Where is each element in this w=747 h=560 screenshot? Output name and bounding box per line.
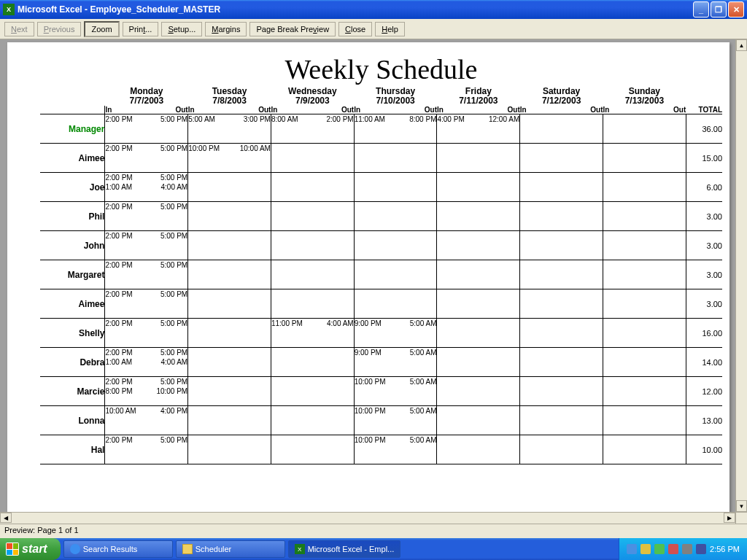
tray-icon[interactable] (696, 544, 706, 554)
minimize-button[interactable]: _ (693, 1, 709, 18)
shift-cell (188, 202, 271, 231)
shift-cell (603, 348, 686, 377)
next-button[interactable]: Next (4, 22, 34, 36)
previous-button[interactable]: Previous (37, 22, 82, 36)
status-text: Preview: Page 1 of 1 (4, 526, 79, 534)
taskbar-item-label: Search Results (83, 545, 138, 553)
employee-row: Marcie2:00 PM5:00 PM8:00 PM10:00 PM10:00… (40, 377, 722, 406)
next-rest: ext (17, 25, 28, 34)
shift-cell (520, 289, 603, 319)
employee-name: Phil (40, 202, 105, 231)
scroll-left-button[interactable]: ◀ (0, 513, 12, 523)
vertical-scrollbar[interactable]: ▲ ▼ (735, 39, 747, 512)
employee-row: Joe2:00 PM5:00 PM1:00 AM4:00 AM6.00 (40, 173, 722, 202)
taskbar-item[interactable]: XMicrosoft Excel - Empl... (288, 540, 401, 558)
scroll-down-button[interactable]: ▼ (736, 500, 747, 512)
tray-icon[interactable] (640, 544, 651, 554)
scroll-up-button[interactable]: ▲ (736, 39, 747, 51)
margins-button[interactable]: Margins (205, 22, 247, 36)
shift-cell (271, 377, 354, 406)
in-header: In (520, 106, 562, 114)
out-header: Out (395, 106, 437, 114)
status-bar: Preview: Page 1 of 1 (0, 524, 747, 538)
shift-cell: 2:00 PM5:00 PM (105, 289, 188, 319)
shift-cell (603, 173, 686, 202)
ie-icon (70, 544, 80, 554)
shift-cell: 4:00 PM12:00 AM (437, 114, 520, 144)
shift-cell (437, 260, 520, 289)
shift-cell: 8:00 AM2:00 PM (271, 114, 354, 144)
window-title: Microsoft Excel - Employee_Scheduler_MAS… (18, 4, 692, 15)
taskbar-item[interactable]: Search Results (63, 540, 173, 558)
employee-row: Margaret2:00 PM5:00 PM3.00 (40, 260, 722, 289)
shift-cell (354, 231, 437, 260)
shift-cell (271, 173, 354, 202)
excel-icon: X (295, 544, 305, 554)
scroll-right-button[interactable]: ▶ (724, 513, 735, 523)
tray-icon[interactable] (682, 544, 692, 554)
tray-icon[interactable] (627, 544, 637, 554)
shift-cell (437, 377, 520, 406)
start-button[interactable]: start (0, 538, 61, 560)
shift-cell (437, 144, 520, 173)
setup-button[interactable]: Setup... (161, 22, 202, 36)
shift-cell: 2:00 PM5:00 PM (105, 202, 188, 231)
employee-row: Shelly2:00 PM5:00 PM11:00 PM4:00 AM9:00 … (40, 319, 722, 348)
zoom-button[interactable]: Zoom (84, 21, 119, 37)
preview-page[interactable]: Weekly Schedule MondayTuesdayWednesdayTh… (7, 42, 729, 524)
shift-cell: 2:00 PM5:00 PM1:00 AM4:00 AM (105, 348, 188, 377)
schedule-table: MondayTuesdayWednesdayThursdayFridaySatu… (40, 87, 722, 464)
date-header: 7/7/2003 (105, 96, 188, 106)
shift-cell (188, 406, 271, 435)
shift-cell (603, 406, 686, 435)
taskbar-item-label: Scheduler (196, 545, 232, 553)
shift-cell: 2:00 PM5:00 PM (105, 231, 188, 260)
shift-cell (271, 144, 354, 173)
tray-icon[interactable] (654, 544, 665, 554)
date-header: 7/11/2003 (437, 96, 520, 106)
horizontal-scrollbar[interactable]: ◀ ▶ (0, 512, 735, 524)
employee-total: 10.00 (686, 435, 722, 464)
shift-cell: 2:00 PM5:00 PM8:00 PM10:00 PM (105, 377, 188, 406)
shift-cell (354, 173, 437, 202)
shift-cell: 10:00 AM4:00 PM (105, 406, 188, 435)
employee-name: Shelly (40, 319, 105, 348)
shift-cell: 10:00 PM5:00 AM (354, 377, 437, 406)
total-header: TOTAL (686, 106, 722, 114)
tray-icon[interactable] (668, 544, 678, 554)
shift-cell (603, 435, 686, 464)
shift-cell: 9:00 PM5:00 AM (354, 348, 437, 377)
shift-cell (354, 260, 437, 289)
system-tray[interactable]: 2:56 PM (619, 538, 747, 560)
print-preview-toolbar: Next Previous Zoom Print... Setup... Mar… (0, 19, 747, 39)
print-button[interactable]: Print... (123, 22, 159, 36)
date-header: 7/10/2003 (354, 96, 437, 106)
shift-cell (271, 406, 354, 435)
close-button[interactable]: ✕ (728, 1, 744, 18)
shift-cell: 11:00 AM8:00 PM (354, 114, 437, 144)
taskbar-item[interactable]: Scheduler (176, 540, 285, 558)
employee-total: 6.00 (686, 173, 722, 202)
windows-logo-icon (6, 542, 19, 556)
help-button[interactable]: Help (375, 22, 405, 36)
employee-row: John2:00 PM5:00 PM3.00 (40, 231, 722, 260)
schedule-title: Weekly Schedule (40, 53, 722, 85)
app-name: Microsoft Excel (18, 4, 82, 15)
shift-cell (437, 173, 520, 202)
shift-cell (520, 202, 603, 231)
employee-row: Phil2:00 PM5:00 PM3.00 (40, 202, 722, 231)
shift-cell (188, 260, 271, 289)
shift-cell: 9:00 PM5:00 AM (354, 319, 437, 348)
shift-cell (603, 231, 686, 260)
employee-name: Manager (40, 114, 105, 144)
shift-cell: 2:00 PM5:00 PM (105, 435, 188, 464)
employee-row: Aimee2:00 PM5:00 PM10:00 PM10:00 AM15.00 (40, 144, 722, 173)
shift-cell (271, 231, 354, 260)
close-preview-button[interactable]: Close (338, 22, 372, 36)
shift-cell (437, 289, 520, 319)
clock[interactable]: 2:56 PM (710, 545, 740, 553)
shift-cell: 11:00 PM4:00 AM (271, 319, 354, 348)
folder-icon (182, 544, 193, 554)
page-break-preview-button[interactable]: Page Break Preview (249, 22, 336, 36)
maximize-button[interactable]: ❐ (711, 1, 727, 18)
